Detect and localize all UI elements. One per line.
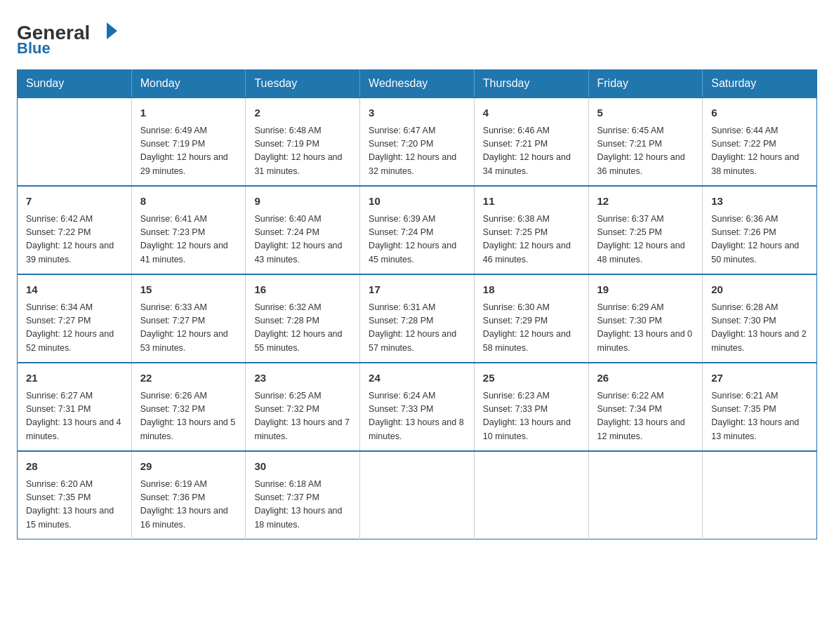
day-info: Sunrise: 6:41 AM Sunset: 7:23 PM Dayligh… <box>140 213 237 267</box>
week-row-3: 14Sunrise: 6:34 AM Sunset: 7:27 PM Dayli… <box>18 274 817 363</box>
day-info: Sunrise: 6:37 AM Sunset: 7:25 PM Dayligh… <box>597 213 694 267</box>
calendar-cell: 14Sunrise: 6:34 AM Sunset: 7:27 PM Dayli… <box>18 274 132 363</box>
day-number: 18 <box>483 282 580 298</box>
day-number: 15 <box>140 282 237 298</box>
day-number: 21 <box>26 370 123 387</box>
calendar-cell: 1Sunrise: 6:49 AM Sunset: 7:19 PM Daylig… <box>131 98 246 186</box>
week-row-2: 7Sunrise: 6:42 AM Sunset: 7:22 PM Daylig… <box>18 186 817 274</box>
day-number: 3 <box>369 105 465 121</box>
calendar-cell: 30Sunrise: 6:18 AM Sunset: 7:37 PM Dayli… <box>246 451 360 539</box>
calendar-cell: 2Sunrise: 6:48 AM Sunset: 7:19 PM Daylig… <box>246 98 360 186</box>
calendar-cell <box>360 451 475 539</box>
day-number: 29 <box>140 459 237 475</box>
day-info: Sunrise: 6:25 AM Sunset: 7:32 PM Dayligh… <box>254 389 351 444</box>
day-info: Sunrise: 6:32 AM Sunset: 7:28 PM Dayligh… <box>254 301 351 356</box>
calendar-cell: 24Sunrise: 6:24 AM Sunset: 7:33 PM Dayli… <box>360 363 475 451</box>
calendar-cell: 28Sunrise: 6:20 AM Sunset: 7:35 PM Dayli… <box>18 451 132 539</box>
day-info: Sunrise: 6:24 AM Sunset: 7:33 PM Dayligh… <box>369 389 465 444</box>
day-info: Sunrise: 6:21 AM Sunset: 7:35 PM Dayligh… <box>711 389 808 444</box>
calendar-header: SundayMondayTuesdayWednesdayThursdayFrid… <box>18 70 817 98</box>
day-info: Sunrise: 6:28 AM Sunset: 7:30 PM Dayligh… <box>711 301 808 356</box>
day-number: 10 <box>369 194 465 210</box>
day-info: Sunrise: 6:20 AM Sunset: 7:35 PM Dayligh… <box>26 478 123 532</box>
calendar-cell: 11Sunrise: 6:38 AM Sunset: 7:25 PM Dayli… <box>474 186 588 274</box>
day-info: Sunrise: 6:18 AM Sunset: 7:37 PM Dayligh… <box>254 478 351 532</box>
calendar-cell: 21Sunrise: 6:27 AM Sunset: 7:31 PM Dayli… <box>18 363 132 451</box>
day-number: 11 <box>483 194 580 210</box>
day-number: 1 <box>140 105 237 121</box>
day-number: 7 <box>26 194 123 210</box>
day-number: 8 <box>140 194 237 210</box>
day-number: 16 <box>254 282 351 298</box>
calendar-cell: 25Sunrise: 6:23 AM Sunset: 7:33 PM Dayli… <box>474 363 588 451</box>
day-number: 14 <box>26 282 123 298</box>
day-info: Sunrise: 6:34 AM Sunset: 7:27 PM Dayligh… <box>26 301 123 356</box>
svg-marker-1 <box>107 22 117 39</box>
day-number: 24 <box>369 370 465 387</box>
day-info: Sunrise: 6:49 AM Sunset: 7:19 PM Dayligh… <box>140 124 237 179</box>
week-row-5: 28Sunrise: 6:20 AM Sunset: 7:35 PM Dayli… <box>18 451 817 539</box>
calendar-cell: 29Sunrise: 6:19 AM Sunset: 7:36 PM Dayli… <box>131 451 246 539</box>
day-info: Sunrise: 6:46 AM Sunset: 7:21 PM Dayligh… <box>483 124 580 179</box>
calendar-cell: 20Sunrise: 6:28 AM Sunset: 7:30 PM Dayli… <box>703 274 817 363</box>
day-number: 30 <box>254 459 351 475</box>
day-number: 9 <box>254 194 351 210</box>
calendar-cell: 9Sunrise: 6:40 AM Sunset: 7:24 PM Daylig… <box>246 186 360 274</box>
day-number: 23 <box>254 370 351 387</box>
day-number: 20 <box>711 282 808 298</box>
day-info: Sunrise: 6:19 AM Sunset: 7:36 PM Dayligh… <box>140 478 237 532</box>
calendar-cell: 17Sunrise: 6:31 AM Sunset: 7:28 PM Dayli… <box>360 274 475 363</box>
week-row-4: 21Sunrise: 6:27 AM Sunset: 7:31 PM Dayli… <box>18 363 817 451</box>
day-of-week-saturday: Saturday <box>703 70 817 98</box>
day-of-week-thursday: Thursday <box>474 70 588 98</box>
calendar-cell <box>588 451 703 539</box>
day-number: 5 <box>597 105 694 121</box>
day-info: Sunrise: 6:44 AM Sunset: 7:22 PM Dayligh… <box>711 124 808 179</box>
calendar-cell: 7Sunrise: 6:42 AM Sunset: 7:22 PM Daylig… <box>18 186 132 274</box>
day-number: 19 <box>597 282 694 298</box>
day-number: 6 <box>711 105 808 121</box>
calendar-body: 1Sunrise: 6:49 AM Sunset: 7:19 PM Daylig… <box>18 98 817 539</box>
day-number: 22 <box>140 370 237 387</box>
calendar-cell <box>18 98 132 186</box>
logo: General Blue <box>17 17 136 55</box>
calendar-cell: 13Sunrise: 6:36 AM Sunset: 7:26 PM Dayli… <box>703 186 817 274</box>
day-info: Sunrise: 6:33 AM Sunset: 7:27 PM Dayligh… <box>140 301 237 356</box>
day-info: Sunrise: 6:31 AM Sunset: 7:28 PM Dayligh… <box>369 301 465 356</box>
calendar-cell: 6Sunrise: 6:44 AM Sunset: 7:22 PM Daylig… <box>703 98 817 186</box>
day-info: Sunrise: 6:42 AM Sunset: 7:22 PM Dayligh… <box>26 213 123 267</box>
day-info: Sunrise: 6:26 AM Sunset: 7:32 PM Dayligh… <box>140 389 237 444</box>
calendar-cell: 26Sunrise: 6:22 AM Sunset: 7:34 PM Dayli… <box>588 363 703 451</box>
calendar-cell: 12Sunrise: 6:37 AM Sunset: 7:25 PM Dayli… <box>588 186 703 274</box>
day-number: 13 <box>711 194 808 210</box>
day-number: 17 <box>369 282 465 298</box>
calendar-cell <box>703 451 817 539</box>
day-info: Sunrise: 6:22 AM Sunset: 7:34 PM Dayligh… <box>597 389 694 444</box>
day-info: Sunrise: 6:38 AM Sunset: 7:25 PM Dayligh… <box>483 213 580 267</box>
week-row-1: 1Sunrise: 6:49 AM Sunset: 7:19 PM Daylig… <box>18 98 817 186</box>
svg-text:Blue: Blue <box>17 39 51 55</box>
calendar-cell: 4Sunrise: 6:46 AM Sunset: 7:21 PM Daylig… <box>474 98 588 186</box>
day-info: Sunrise: 6:45 AM Sunset: 7:21 PM Dayligh… <box>597 124 694 179</box>
day-info: Sunrise: 6:23 AM Sunset: 7:33 PM Dayligh… <box>483 389 580 444</box>
day-info: Sunrise: 6:27 AM Sunset: 7:31 PM Dayligh… <box>26 389 123 444</box>
day-number: 26 <box>597 370 694 387</box>
calendar-cell: 15Sunrise: 6:33 AM Sunset: 7:27 PM Dayli… <box>131 274 246 363</box>
day-info: Sunrise: 6:39 AM Sunset: 7:24 PM Dayligh… <box>369 213 465 267</box>
day-info: Sunrise: 6:47 AM Sunset: 7:20 PM Dayligh… <box>369 124 465 179</box>
calendar-cell: 19Sunrise: 6:29 AM Sunset: 7:30 PM Dayli… <box>588 274 703 363</box>
day-of-week-friday: Friday <box>588 70 703 98</box>
day-of-week-sunday: Sunday <box>18 70 132 98</box>
day-info: Sunrise: 6:29 AM Sunset: 7:30 PM Dayligh… <box>597 301 694 356</box>
calendar-cell: 16Sunrise: 6:32 AM Sunset: 7:28 PM Dayli… <box>246 274 360 363</box>
days-of-week-row: SundayMondayTuesdayWednesdayThursdayFrid… <box>18 70 817 98</box>
day-number: 28 <box>26 459 123 475</box>
day-info: Sunrise: 6:30 AM Sunset: 7:29 PM Dayligh… <box>483 301 580 356</box>
day-number: 25 <box>483 370 580 387</box>
calendar-cell: 27Sunrise: 6:21 AM Sunset: 7:35 PM Dayli… <box>703 363 817 451</box>
logo-text: General Blue <box>17 17 136 55</box>
day-of-week-wednesday: Wednesday <box>360 70 475 98</box>
calendar-cell: 8Sunrise: 6:41 AM Sunset: 7:23 PM Daylig… <box>131 186 246 274</box>
calendar-cell: 18Sunrise: 6:30 AM Sunset: 7:29 PM Dayli… <box>474 274 588 363</box>
calendar-table: SundayMondayTuesdayWednesdayThursdayFrid… <box>17 69 817 539</box>
